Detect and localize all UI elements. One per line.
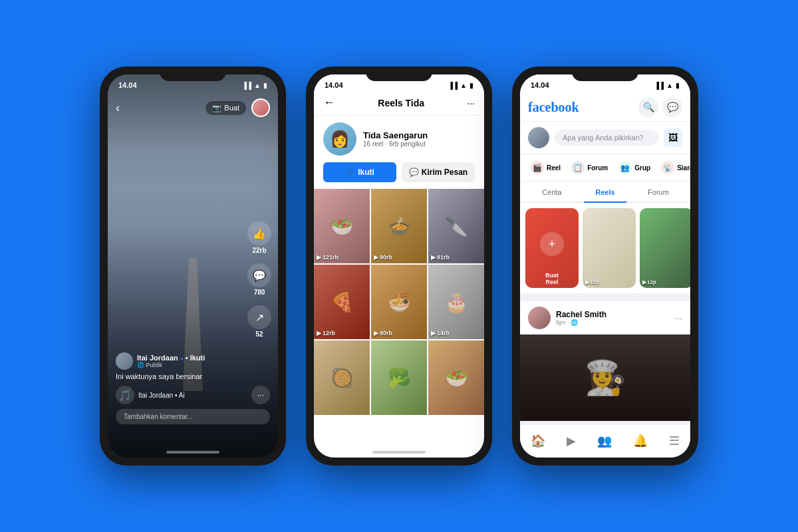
siaran-quick-action[interactable]: 📡 Siara	[656, 158, 690, 177]
fb-header: facebook 🔍 💬	[520, 93, 690, 122]
reel-count-2: ▶ 90rb	[374, 254, 392, 261]
story-input[interactable]: Apa yang Anda pikirkan?	[555, 130, 658, 146]
like-action[interactable]: 👍 22rb	[247, 221, 271, 254]
post-header: Rachel Smith 8jm · 🌐 ···	[520, 301, 690, 334]
nav-menu[interactable]: ☰	[669, 434, 680, 448]
notch-1	[160, 66, 226, 81]
header-right: 📷 Buat	[205, 98, 270, 117]
more-button-2[interactable]: ···	[467, 98, 475, 108]
status-time-2: 14.04	[325, 81, 343, 89]
profile-actions: 👤 Ikuti 💬 Kirim Pesan	[314, 162, 484, 189]
verified-badge: ●	[180, 356, 184, 362]
story-avatar	[528, 127, 549, 148]
profile-meta: 16 reel · 6rb pengikut	[363, 140, 428, 148]
home-indicator	[166, 451, 219, 454]
reel-count-1: ▶ 121rb	[317, 254, 338, 261]
video-user-avatar[interactable]	[116, 352, 133, 370]
reel-scroll-item-3[interactable]: ▶ 12jt	[640, 208, 690, 288]
reels-scroll: + BuatReel ▶ 12jt ▶ 12jt ▶ 12j	[520, 203, 690, 297]
audio-text: Itai Jordaan • Ai	[138, 392, 185, 399]
post-meta: 8jm · 🌐	[556, 319, 674, 326]
message-label: Kirim Pesan	[422, 168, 467, 177]
reel-item-6[interactable]: ▶ 14rb	[428, 265, 484, 339]
comment-count: 780	[254, 289, 265, 296]
share-action[interactable]: ↗ 52	[247, 305, 271, 338]
camera-icon: 📷	[212, 104, 221, 112]
follow-icon: 👤	[345, 168, 355, 177]
siaran-icon: 📡	[661, 161, 674, 174]
nav-home[interactable]: 🏠	[531, 434, 545, 448]
buat-button[interactable]: 📷 Buat	[205, 101, 246, 115]
signal-icon-3: ▐▐	[654, 82, 664, 89]
phone-3: 14.04 ▐▐ ▲ ▮ facebook 🔍 💬 Apa yang Anda …	[512, 66, 698, 466]
reel-count-4: ▶ 12rb	[317, 330, 335, 336]
back-button-2[interactable]: ←	[323, 96, 335, 110]
create-reel-card[interactable]: + BuatReel	[525, 208, 579, 288]
profile-section: 👩 Tida Saengarun 16 reel · 6rb pengikut	[314, 116, 484, 162]
post-image-content: 👩‍🍳	[585, 358, 626, 397]
reel-item-2[interactable]: ▶ 90rb	[371, 189, 427, 263]
messenger-button[interactable]: 💬	[662, 97, 682, 117]
comment-action[interactable]: 💬 780	[247, 263, 271, 296]
reel-item-9[interactable]	[428, 340, 484, 415]
follow-link[interactable]: • Ikuti	[186, 354, 205, 362]
reel-item-8[interactable]	[371, 340, 427, 415]
post-username[interactable]: Rachel Smith	[556, 310, 674, 319]
nav-notifications[interactable]: 🔔	[633, 434, 648, 448]
grup-label: Grup	[634, 164, 650, 172]
more-button[interactable]: ···	[251, 386, 270, 404]
phone1-header: ‹ 📷 Buat	[108, 93, 278, 122]
story-input-bar: Apa yang Anda pikirkan? 🖼	[520, 122, 690, 154]
signal-icon-2: ▐▐	[448, 82, 458, 89]
share-count: 52	[255, 331, 263, 338]
share-icon: ↗	[247, 305, 271, 329]
battery-icon-2: ▮	[469, 82, 473, 89]
forum-quick-action[interactable]: 📋 Forum	[566, 158, 613, 177]
search-button[interactable]: 🔍	[638, 97, 658, 117]
tab-cerita[interactable]: Cerita	[525, 182, 579, 201]
reel-icon: 🎬	[531, 161, 544, 174]
nav-friends[interactable]: 👥	[597, 434, 612, 448]
post-avatar	[528, 307, 551, 329]
wifi-icon: ▲	[254, 82, 261, 89]
follow-button[interactable]: 👤 Ikuti	[323, 162, 396, 182]
audio-icon[interactable]: 🎵	[116, 386, 134, 404]
reel-scroll-count-3: ▶ 12jt	[642, 279, 656, 285]
follow-label: Ikuti	[358, 168, 374, 177]
nav-reels[interactable]: ▶	[567, 434, 576, 448]
video-caption: Ini waktunya saya bersinar	[116, 372, 270, 380]
reel-scroll-item-2[interactable]: ▶ 12jt	[583, 208, 636, 288]
create-reel-label: BuatReel	[543, 269, 561, 288]
reel-item-7[interactable]	[314, 340, 370, 415]
video-actions: 👍 22rb 💬 780 ↗ 52	[247, 221, 271, 338]
tab-forum[interactable]: Forum	[632, 182, 685, 201]
message-button[interactable]: 💬 Kirim Pesan	[402, 162, 475, 182]
video-user-privacy: 🌐 Publik	[137, 362, 205, 368]
siaran-label: Siara	[677, 164, 690, 172]
back-button[interactable]: ‹	[116, 101, 120, 115]
comment-input[interactable]: Tambahkan komentar...	[116, 409, 270, 424]
comment-bar: Tambahkan komentar...	[108, 409, 278, 424]
tabs-bar: Cerita Reels Forum	[520, 182, 690, 203]
tab-reels[interactable]: Reels	[579, 182, 632, 201]
user-avatar[interactable]	[251, 98, 270, 117]
phone-2: 14.04 ▐▐ ▲ ▮ ← Reels Tida ··· 👩 Tida Sae…	[306, 66, 492, 466]
wifi-icon-2: ▲	[460, 82, 467, 89]
reel-quick-action[interactable]: 🎬 Reel	[525, 158, 566, 177]
home-indicator-2	[372, 451, 426, 454]
battery-icon-3: ▮	[676, 82, 680, 89]
reel-item-3[interactable]: ▶ 81rb	[428, 189, 484, 263]
reel-count-6: ▶ 14rb	[431, 330, 450, 336]
reel-item-4[interactable]: ▶ 12rb	[314, 265, 370, 339]
like-count: 22rb	[252, 247, 266, 254]
reel-scroll-count-2: ▶ 12jt	[585, 279, 599, 285]
post-more-button[interactable]: ···	[674, 313, 682, 323]
photo-action-btn[interactable]: 🖼	[664, 128, 682, 147]
reel-item-5[interactable]: ▶ 80rb	[371, 265, 427, 339]
reel-item-1[interactable]: ▶ 121rb	[314, 189, 370, 263]
grup-quick-action[interactable]: 👥 Grup	[613, 158, 656, 177]
audio-bar: 🎵 Itai Jordaan • Ai ···	[116, 386, 270, 404]
forum-icon: 📋	[571, 161, 585, 174]
status-icons-2: ▐▐ ▲ ▮	[448, 82, 473, 89]
status-icons-3: ▐▐ ▲ ▮	[654, 82, 680, 89]
